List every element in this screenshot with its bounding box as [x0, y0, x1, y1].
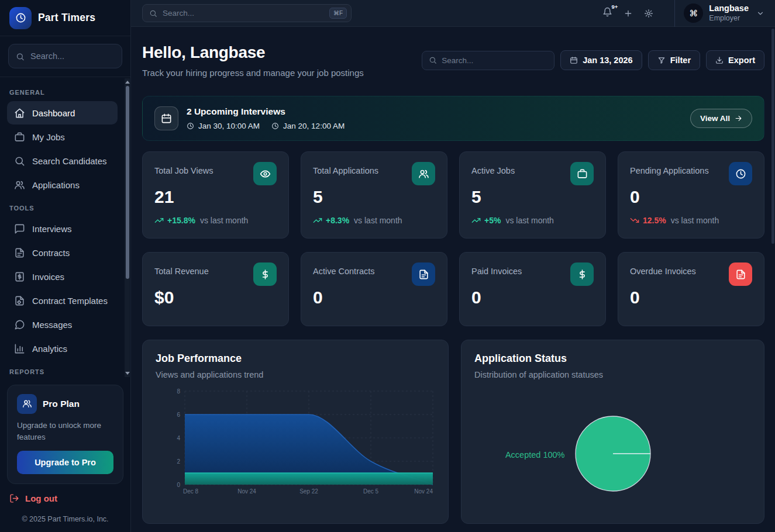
- pie-slice-label: Accepted 100%: [505, 450, 565, 460]
- svg-text:0: 0: [177, 482, 180, 488]
- notifications-button[interactable]: 9+: [602, 7, 612, 19]
- stat-value: 5: [313, 187, 435, 207]
- file-template-icon: [14, 295, 25, 306]
- sidebar-scrollbar[interactable]: [125, 78, 130, 377]
- sidebar-item-label: Analytics: [32, 344, 67, 354]
- svg-text:Dec 8: Dec 8: [183, 488, 199, 495]
- svg-text:8: 8: [177, 388, 180, 395]
- trend-value: +5%: [484, 216, 501, 225]
- briefcase-icon: [14, 132, 25, 143]
- calendar-icon: [570, 56, 578, 64]
- sidebar-item-dashboard[interactable]: Dashboard: [7, 101, 118, 125]
- sidebar-scrollbar-thumb[interactable]: [126, 86, 129, 279]
- users-icon: [412, 162, 435, 185]
- sidebar-search-input[interactable]: [8, 44, 122, 68]
- stat-label: Active Jobs: [471, 162, 515, 175]
- sidebar-item-label: Invoices: [32, 272, 64, 282]
- scroll-up-arrow-icon[interactable]: [125, 81, 130, 84]
- clock-icon: [729, 162, 752, 185]
- stat-card-paid-invoices: Paid Invoices0: [459, 252, 606, 326]
- avatar: ⌘: [684, 4, 703, 23]
- pro-plan-title: Pro Plan: [43, 399, 80, 409]
- stat-card-total-job-views: Total Job Views21+15.8%vs last month: [142, 151, 289, 239]
- pro-plan-description: Upgrade to unlock more features: [17, 420, 113, 444]
- message-square-icon: [14, 223, 25, 234]
- chevron-down-icon: [756, 9, 764, 18]
- logout-icon: [9, 493, 19, 503]
- logout-button[interactable]: Log out: [9, 493, 121, 503]
- main-column: ⌘F 9+ ⌘ Langbase Employer: [131, 0, 775, 532]
- search-icon: [429, 56, 437, 64]
- stat-card-total-applications: Total Applications5+8.3%vs last month: [301, 151, 447, 239]
- sidebar-item-my-jobs[interactable]: My Jobs: [7, 125, 118, 148]
- svg-text:Sep 22: Sep 22: [299, 488, 318, 495]
- sidebar-item-contracts[interactable]: Contracts: [7, 241, 118, 264]
- file-text-icon: [14, 247, 25, 258]
- application-status-card: Application Status Distribution of appli…: [461, 340, 764, 524]
- chart-subtitle: Views and applications trend: [156, 370, 435, 379]
- plus-icon[interactable]: [624, 9, 633, 18]
- home-icon: [14, 108, 25, 119]
- view-all-button[interactable]: View All: [690, 109, 752, 128]
- sidebar-item-label: Messages: [32, 320, 72, 330]
- dollar-icon: [253, 262, 277, 286]
- trend-text: vs last month: [200, 216, 248, 225]
- sidebar-item-interviews[interactable]: Interviews: [7, 217, 118, 240]
- date-label: Jan 13, 2026: [583, 56, 632, 65]
- user-menu[interactable]: ⌘ Langbase Employer: [674, 0, 764, 27]
- sidebar-item-label: Applications: [32, 180, 80, 190]
- trend-value: 12.5%: [643, 216, 666, 225]
- filter-button[interactable]: Filter: [648, 50, 700, 70]
- export-button[interactable]: Export: [706, 50, 764, 70]
- export-label: Export: [728, 56, 755, 65]
- stat-label: Total Job Views: [154, 162, 213, 175]
- nav-section-label: REPORTS: [9, 368, 118, 375]
- file-text-icon: [729, 262, 752, 286]
- users-icon: [14, 179, 25, 191]
- calendar-icon: [154, 106, 178, 130]
- svg-text:4: 4: [177, 435, 180, 441]
- sidebar-item-invoices[interactable]: Invoices: [7, 265, 118, 288]
- stat-card-total-revenue: Total Revenue$0: [142, 252, 289, 326]
- sidebar-item-messages[interactable]: Messages: [7, 313, 118, 336]
- copyright-text: © 2025 Part Timers.io, Inc.: [0, 515, 130, 523]
- stat-value: 0: [630, 187, 752, 207]
- stats-row-2: Total Revenue$0Active Contracts0Paid Inv…: [142, 252, 764, 326]
- briefcase-icon: [570, 162, 594, 185]
- sidebar-item-search-candidates[interactable]: Search Candidates: [7, 149, 118, 172]
- sidebar: Part Timers GENERALDashboardMy JobsSearc…: [0, 0, 131, 532]
- stat-card-active-jobs: Active Jobs5+5%vs last month: [459, 151, 606, 239]
- scroll-down-arrow-icon[interactable]: [125, 372, 130, 375]
- gear-icon[interactable]: [644, 9, 653, 18]
- stat-card-overdue-invoices: Overdue Invoices0: [618, 252, 764, 326]
- trend-value: +8.3%: [326, 216, 349, 225]
- search-icon: [16, 52, 25, 61]
- eye-icon: [253, 162, 277, 185]
- filter-icon: [657, 56, 666, 64]
- app-window: Part Timers GENERALDashboardMy JobsSearc…: [0, 0, 775, 532]
- topbar-search: ⌘F: [142, 4, 352, 22]
- sidebar-item-label: My Jobs: [32, 132, 65, 142]
- sidebar-item-applications[interactable]: Applications: [7, 173, 118, 196]
- upgrade-to-pro-button[interactable]: Upgrade to Pro: [17, 451, 113, 474]
- sidebar-item-analytics[interactable]: Analytics: [7, 337, 118, 360]
- stat-value: 0: [471, 288, 594, 308]
- pie-chart: [561, 402, 665, 508]
- notification-badge: 9+: [611, 4, 618, 10]
- invoice-icon: [14, 271, 25, 282]
- filter-label: Filter: [670, 56, 691, 65]
- banner-title: 2 Upcoming Interviews: [187, 106, 345, 117]
- topbar-search-input[interactable]: [163, 9, 324, 18]
- date-picker-button[interactable]: Jan 13, 2026: [560, 50, 642, 70]
- trend-text: vs last month: [354, 216, 402, 225]
- stat-card-active-contracts: Active Contracts0: [301, 252, 447, 326]
- upcoming-interviews-banner: 2 Upcoming Interviews Jan 30, 10:00 AM J…: [142, 96, 764, 141]
- sidebar-item-contract-templates[interactable]: Contract Templates: [7, 289, 118, 312]
- dashboard-search-input[interactable]: [442, 56, 547, 65]
- stat-label: Active Contracts: [313, 262, 375, 276]
- view-all-label: View All: [700, 114, 730, 123]
- app-name: Part Timers: [38, 12, 95, 24]
- page-scrollbar[interactable]: [771, 29, 774, 244]
- page-title: Hello, Langbase: [142, 43, 364, 62]
- trend-text: vs last month: [505, 216, 553, 225]
